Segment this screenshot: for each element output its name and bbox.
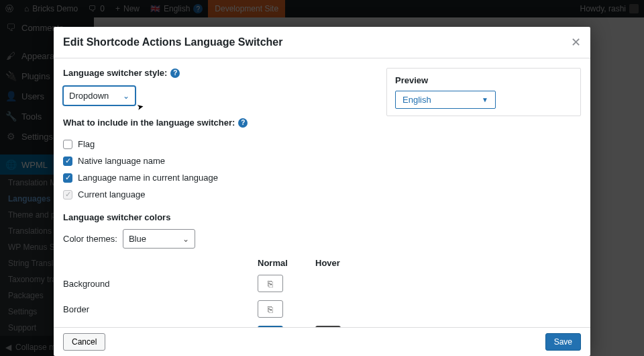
chevron-down-icon: ⌄ xyxy=(123,91,129,101)
row-bg-label: Background xyxy=(63,279,258,289)
row-border-label: Border xyxy=(63,304,258,314)
style-label: Language switcher style: ? xyxy=(63,68,180,78)
swatch-border-normal[interactable]: ⎘ xyxy=(258,300,283,318)
preview-panel: Preview English ▼ xyxy=(386,68,581,116)
include-label: What to include in the language switcher… xyxy=(63,118,248,128)
checkbox-unchecked[interactable] xyxy=(63,140,72,149)
preview-dropdown[interactable]: English ▼ xyxy=(395,91,496,109)
checkbox-checked[interactable]: ✓ xyxy=(63,157,72,166)
close-icon[interactable]: ✕ xyxy=(571,35,581,50)
themes-label: Color themes: xyxy=(63,234,117,244)
modal-footer: Cancel Save xyxy=(54,327,590,356)
swatch-bg-normal[interactable]: ⎘ xyxy=(258,275,283,292)
modal-title: Edit Shortcode Actions Language Switcher xyxy=(63,36,282,48)
modal-dialog: Edit Shortcode Actions Language Switcher… xyxy=(54,27,590,356)
save-button[interactable]: Save xyxy=(545,333,581,351)
preview-title: Preview xyxy=(395,75,572,85)
checkbox-disabled: ✓ xyxy=(63,190,72,199)
option-flag[interactable]: Flag xyxy=(63,136,373,152)
caret-down-icon: ▼ xyxy=(482,96,488,103)
modal-header: Edit Shortcode Actions Language Switcher… xyxy=(54,27,590,58)
col-normal: Normal xyxy=(258,258,315,268)
cancel-button[interactable]: Cancel xyxy=(63,333,105,351)
help-icon[interactable]: ? xyxy=(238,118,248,128)
option-current[interactable]: ✓ Current language xyxy=(63,186,373,203)
option-native[interactable]: ✓ Native language name xyxy=(63,152,373,169)
theme-select[interactable]: Blue ⌄ xyxy=(123,229,195,249)
style-select[interactable]: Dropdown ⌄ xyxy=(63,86,136,105)
checkbox-checked[interactable]: ✓ xyxy=(63,173,72,183)
option-langname[interactable]: ✓ Language name in current language xyxy=(63,169,373,186)
chevron-down-icon: ⌄ xyxy=(182,234,189,244)
help-icon[interactable]: ? xyxy=(170,69,180,78)
colors-heading: Language switcher colors xyxy=(63,212,373,222)
col-hover: Hover xyxy=(315,258,373,268)
